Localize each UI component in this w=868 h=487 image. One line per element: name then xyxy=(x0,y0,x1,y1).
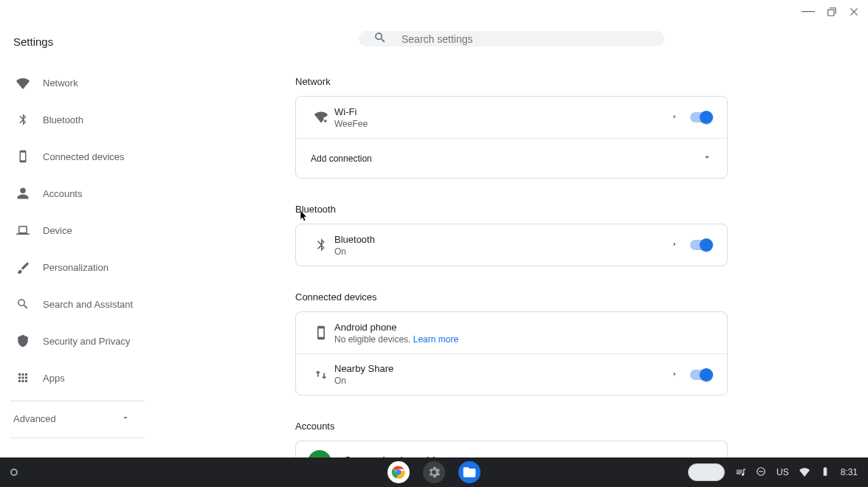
chevron-right-icon xyxy=(671,113,678,122)
chevron-right-icon xyxy=(671,370,678,379)
bluetooth-icon xyxy=(308,238,334,252)
wifi-icon xyxy=(16,76,30,89)
sidebar-item-label: Apps xyxy=(43,373,65,384)
nearby-share-title: Nearby Share xyxy=(334,363,659,374)
sidebar-item-personalization[interactable]: Personalization xyxy=(0,253,155,281)
bluetooth-row[interactable]: Bluetooth On xyxy=(296,224,727,266)
wifi-toggle[interactable] xyxy=(690,112,711,122)
section-title: Bluetooth xyxy=(295,192,728,224)
sidebar-item-apps[interactable]: Apps xyxy=(0,364,155,392)
nearby-share-toggle[interactable] xyxy=(690,370,711,380)
chrome-app-icon[interactable] xyxy=(388,461,410,483)
sidebar-item-label: Personalization xyxy=(43,262,108,273)
shelf: US 8:31 xyxy=(0,457,868,487)
chevron-down-icon xyxy=(121,413,130,424)
bluetooth-toggle[interactable] xyxy=(690,240,711,250)
network-card: Wi-Fi WeeFee Add connection xyxy=(295,96,728,179)
window-controls: — xyxy=(802,6,859,19)
sidebar-item-network[interactable]: Network xyxy=(0,69,155,97)
svg-point-0 xyxy=(324,120,327,122)
wifi-lock-icon xyxy=(308,110,334,125)
bluetooth-title: Bluetooth xyxy=(334,234,659,245)
sidebar-item-label: Network xyxy=(43,77,78,89)
brush-icon xyxy=(16,260,30,274)
sidebar-advanced-toggle[interactable]: Advanced xyxy=(0,406,155,432)
stylus-palette[interactable] xyxy=(688,463,725,481)
current-account-row[interactable]: c Currently signed in as cros xyxy=(296,441,727,457)
battery-tray-icon[interactable] xyxy=(820,466,830,479)
nearby-share-icon xyxy=(308,367,334,382)
phone-icon xyxy=(16,150,30,163)
sidebar: Settings Network Bluetooth Connected dev… xyxy=(0,0,155,457)
sidebar-item-label: Bluetooth xyxy=(43,114,83,125)
launcher-button[interactable] xyxy=(10,469,18,476)
bluetooth-card: Bluetooth On xyxy=(295,224,728,266)
phone-icon xyxy=(308,325,334,340)
sidebar-item-label: Security and Privacy xyxy=(43,336,131,347)
close-button[interactable] xyxy=(849,7,859,18)
android-phone-subtitle: No eligible devices. Learn more xyxy=(334,334,715,345)
wifi-tray-icon[interactable] xyxy=(799,466,810,479)
bluetooth-status: On xyxy=(334,246,659,257)
sidebar-item-label: Connected devices xyxy=(43,151,125,162)
main-content: Network Wi-Fi WeeFee Add connection xyxy=(155,0,868,457)
connected-card: Android phone No eligible devices. Learn… xyxy=(295,311,728,396)
sidebar-item-label: Accounts xyxy=(43,188,82,199)
clock[interactable]: 8:31 xyxy=(841,467,858,477)
section-title: Network xyxy=(295,64,728,96)
sidebar-item-bluetooth[interactable]: Bluetooth xyxy=(0,106,155,134)
wifi-ssid: WeeFee xyxy=(334,119,659,129)
chevron-right-icon xyxy=(671,241,678,249)
wifi-title: Wi-Fi xyxy=(334,106,659,117)
search-icon xyxy=(16,297,30,311)
section-title: Accounts xyxy=(295,409,728,441)
section-title: Connected devices xyxy=(295,280,728,311)
sidebar-item-device[interactable]: Device xyxy=(0,216,155,244)
apps-icon xyxy=(16,371,30,384)
avatar: c xyxy=(308,450,331,457)
sidebar-item-label: Search and Assistant xyxy=(43,299,133,310)
search-input[interactable] xyxy=(402,33,650,45)
pinned-apps xyxy=(388,461,480,483)
add-connection-label: Add connection xyxy=(311,153,372,164)
section-network: Network Wi-Fi WeeFee Add connection xyxy=(295,64,728,192)
dnd-icon[interactable] xyxy=(756,466,766,479)
wifi-row[interactable]: Wi-Fi WeeFee xyxy=(296,97,727,138)
android-phone-row[interactable]: Android phone No eligible devices. Learn… xyxy=(296,312,727,353)
nearby-share-status: On xyxy=(334,376,659,386)
section-accounts: Accounts c Currently signed in as cros xyxy=(295,409,728,457)
sidebar-item-connected-devices[interactable]: Connected devices xyxy=(0,142,155,170)
settings-app-icon[interactable] xyxy=(423,461,445,483)
sidebar-item-security-privacy[interactable]: Security and Privacy xyxy=(0,327,155,355)
section-bluetooth: Bluetooth Bluetooth On xyxy=(295,192,728,280)
laptop-icon xyxy=(16,224,30,237)
nearby-share-row[interactable]: Nearby Share On xyxy=(296,353,727,395)
sidebar-item-label: Device xyxy=(43,225,72,236)
search-icon xyxy=(373,31,387,46)
system-tray[interactable]: US 8:31 xyxy=(688,463,858,481)
accounts-card: c Currently signed in as cros xyxy=(295,441,728,457)
learn-more-link[interactable]: Learn more xyxy=(413,334,458,345)
minimize-button[interactable]: — xyxy=(802,4,815,17)
shield-icon xyxy=(16,334,30,348)
add-connection-row[interactable]: Add connection xyxy=(296,138,727,178)
chevron-down-icon xyxy=(702,152,712,165)
ime-label[interactable]: US xyxy=(776,467,789,477)
music-icon[interactable] xyxy=(735,466,745,479)
bluetooth-icon xyxy=(16,113,30,126)
advanced-label: Advanced xyxy=(13,413,56,424)
sidebar-item-search-assistant[interactable]: Search and Assistant xyxy=(0,290,155,318)
section-connected-devices: Connected devices Android phone No eligi… xyxy=(295,280,728,409)
app-title: Settings xyxy=(0,35,155,69)
search-bar[interactable] xyxy=(359,31,664,46)
android-phone-title: Android phone xyxy=(334,322,715,333)
sidebar-item-accounts[interactable]: Accounts xyxy=(0,179,155,207)
files-app-icon[interactable] xyxy=(458,461,480,483)
person-icon xyxy=(16,187,30,200)
divider xyxy=(10,401,145,401)
restore-button[interactable] xyxy=(827,7,837,18)
